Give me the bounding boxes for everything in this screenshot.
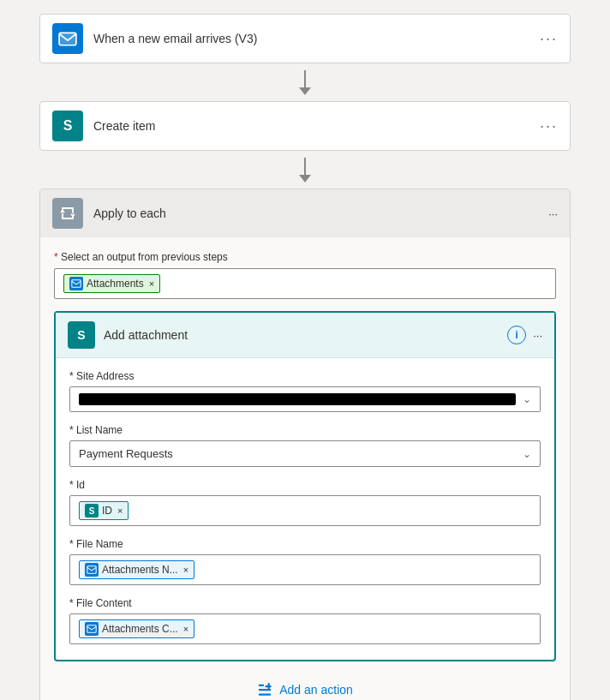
file-content-label: * File Content xyxy=(69,597,541,609)
create-item-card: S Create item ··· xyxy=(39,101,571,151)
attachments-tag-close[interactable]: × xyxy=(149,278,154,289)
site-address-arrow: ⌄ xyxy=(523,393,531,405)
add-attachment-menu[interactable]: ··· xyxy=(533,329,542,342)
svg-rect-3 xyxy=(87,566,96,574)
file-name-tag-close[interactable]: × xyxy=(183,565,188,575)
file-content-tag: Attachments C... × xyxy=(79,619,194,638)
site-address-label: * Site Address xyxy=(69,370,541,382)
add-action-button[interactable]: Add an action xyxy=(257,682,353,697)
select-output-input[interactable]: Attachments × xyxy=(54,268,556,299)
svg-rect-7 xyxy=(259,685,264,686)
svg-rect-0 xyxy=(59,33,76,45)
apply-each-title: Apply to each xyxy=(93,206,548,220)
site-address-dropdown[interactable]: ⌄ xyxy=(69,386,541,412)
file-name-label: * File Name xyxy=(69,538,541,550)
id-tag: S ID × xyxy=(79,501,129,520)
svg-rect-2 xyxy=(72,280,81,288)
list-name-dropdown[interactable]: Payment Requests ⌄ xyxy=(69,440,541,467)
email-icon xyxy=(58,29,77,48)
add-action-area: Add an action xyxy=(54,661,556,700)
add-attachment-body: * Site Address ⌄ * List Name Payment Req… xyxy=(56,358,554,660)
file-content-tag-icon xyxy=(85,622,99,636)
create-item-title: Create item xyxy=(93,119,540,133)
apply-each-body: * Select an output from previous steps A… xyxy=(40,237,570,700)
site-address-group: * Site Address ⌄ xyxy=(69,370,541,412)
svg-rect-5 xyxy=(259,689,271,691)
file-name-tag: Attachments N... × xyxy=(79,560,194,579)
add-action-icon xyxy=(257,682,272,697)
attachments-tag-icon xyxy=(69,277,83,290)
attachments-tag-label: Attachments xyxy=(87,278,144,290)
id-tag-close[interactable]: × xyxy=(117,506,123,516)
apply-each-menu[interactable]: ··· xyxy=(548,207,558,220)
list-name-label: * List Name xyxy=(69,424,541,436)
apply-each-header: Apply to each ··· xyxy=(40,189,570,237)
attachments-tag: Attachments × xyxy=(63,274,160,293)
list-name-value: Payment Requests xyxy=(79,447,173,460)
list-name-group: * List Name Payment Requests ⌄ xyxy=(69,424,541,467)
id-label: * Id xyxy=(69,479,541,491)
create-item-menu[interactable]: ··· xyxy=(540,117,558,135)
add-attachment-header: S Add attachment i ··· xyxy=(56,313,554,358)
id-input[interactable]: S ID × xyxy=(69,495,541,526)
file-content-tag-label: Attachments C... xyxy=(102,623,178,635)
select-output-label: * Select an output from previous steps xyxy=(54,251,556,263)
svg-rect-4 xyxy=(87,625,96,633)
svg-rect-9 xyxy=(266,685,272,687)
id-group: * Id S ID × xyxy=(69,479,541,526)
list-name-arrow: ⌄ xyxy=(523,448,531,460)
file-name-tag-icon xyxy=(85,563,99,577)
repeat-icon xyxy=(59,205,76,222)
sp-add-icon: S xyxy=(77,328,85,342)
svg-rect-6 xyxy=(259,694,271,696)
select-required-star: * xyxy=(54,251,61,263)
info-icon[interactable]: i xyxy=(507,326,526,344)
file-name-tag-label: Attachments N... xyxy=(102,564,178,576)
add-attachment-card: S Add attachment i ··· * Site Address ⌄ xyxy=(54,311,556,661)
create-item-icon: S xyxy=(52,111,83,141)
add-attachment-icon: S xyxy=(68,321,95,349)
select-output-group: * Select an output from previous steps A… xyxy=(54,251,556,299)
sp-icon-letter: S xyxy=(63,118,73,134)
trigger-card: When a new email arrives (V3) ··· xyxy=(39,14,571,63)
trigger-menu[interactable]: ··· xyxy=(540,30,558,48)
id-tag-icon: S xyxy=(85,504,99,518)
apply-each-wrapper: Apply to each ··· * Select an output fro… xyxy=(39,188,571,700)
email-card-icon xyxy=(52,23,83,54)
file-name-group: * File Name Attachments N... × xyxy=(69,538,541,585)
apply-each-icon xyxy=(52,198,83,229)
file-content-input[interactable]: Attachments C... × xyxy=(69,613,541,644)
trigger-title: When a new email arrives (V3) xyxy=(93,32,540,45)
file-name-input[interactable]: Attachments N... × xyxy=(69,554,541,585)
site-address-redacted xyxy=(79,393,516,405)
add-action-label: Add an action xyxy=(279,683,353,697)
file-content-tag-close[interactable]: × xyxy=(183,624,188,634)
connector-1 xyxy=(21,63,589,101)
file-content-group: * File Content Attachments C... × xyxy=(69,597,541,644)
add-attachment-title: Add attachment xyxy=(104,328,507,342)
id-tag-label: ID xyxy=(102,505,112,517)
connector-2 xyxy=(21,151,589,188)
